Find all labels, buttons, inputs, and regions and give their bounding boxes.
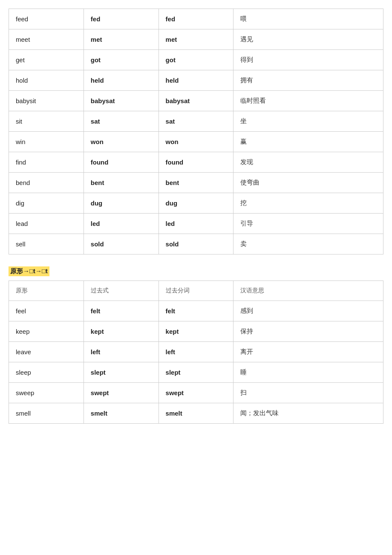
table2: 原形过去式过去分词汉语意思 feel felt felt 感到 keep kep… <box>9 280 383 424</box>
past-participle: dug <box>159 193 233 214</box>
past-participle: sold <box>159 234 233 254</box>
past-tense: found <box>84 152 159 173</box>
base-form: sit <box>9 111 84 132</box>
base-form: leave <box>9 342 84 362</box>
base-form: lead <box>9 214 84 234</box>
table-row: sweep swept swept 扫 <box>9 383 383 403</box>
base-form: find <box>9 152 84 173</box>
base-form: keep <box>9 321 84 342</box>
meaning: 赢 <box>233 132 383 152</box>
past-tense: dug <box>84 193 159 214</box>
table-row: dig dug dug 挖 <box>9 193 383 214</box>
past-tense: swept <box>84 383 159 403</box>
base-form: win <box>9 132 84 152</box>
past-participle: swept <box>159 383 233 403</box>
meaning: 得到 <box>233 50 383 70</box>
column-header: 原形 <box>9 281 84 301</box>
past-participle: smelt <box>159 403 233 424</box>
table-row: feel felt felt 感到 <box>9 301 383 321</box>
past-participle: met <box>159 29 233 50</box>
column-header: 汉语意思 <box>233 281 383 301</box>
table-row: win won won 赢 <box>9 132 383 152</box>
table-row: get got got 得到 <box>9 50 383 70</box>
table-row: smell smelt smelt 闻；发出气味 <box>9 403 383 424</box>
past-participle: found <box>159 152 233 173</box>
table1: feed fed fed 喂 meet met met 遇见 get got g… <box>9 9 383 254</box>
table-row: lead led led 引导 <box>9 214 383 234</box>
base-form: smell <box>9 403 84 424</box>
meaning: 喂 <box>233 9 383 29</box>
table-row: bend bent bent 使弯曲 <box>9 173 383 193</box>
past-tense: met <box>84 29 159 50</box>
table-row: feed fed fed 喂 <box>9 9 383 29</box>
base-form: meet <box>9 29 84 50</box>
base-form: hold <box>9 70 84 91</box>
past-tense: felt <box>84 301 159 321</box>
base-form: sweep <box>9 383 84 403</box>
table-row: babysit babysat babysat 临时照看 <box>9 91 383 111</box>
past-participle: led <box>159 214 233 234</box>
meaning: 卖 <box>233 234 383 254</box>
base-form: babysit <box>9 91 84 111</box>
table1-section: feed fed fed 喂 meet met met 遇见 get got g… <box>9 9 383 254</box>
meaning: 引导 <box>233 214 383 234</box>
past-participle: got <box>159 50 233 70</box>
base-form: sleep <box>9 362 84 383</box>
table-header-row: 原形过去式过去分词汉语意思 <box>9 281 383 301</box>
past-tense: bent <box>84 173 159 193</box>
past-participle: left <box>159 342 233 362</box>
base-form: sell <box>9 234 84 254</box>
past-participle: kept <box>159 321 233 342</box>
column-header: 过去式 <box>84 281 159 301</box>
table-row: sleep slept slept 睡 <box>9 362 383 383</box>
meaning: 闻；发出气味 <box>233 403 383 424</box>
meaning: 拥有 <box>233 70 383 91</box>
base-form: bend <box>9 173 84 193</box>
past-tense: won <box>84 132 159 152</box>
base-form: dig <box>9 193 84 214</box>
past-tense: led <box>84 214 159 234</box>
base-form: feel <box>9 301 84 321</box>
past-participle: slept <box>159 362 233 383</box>
past-tense: sat <box>84 111 159 132</box>
table-row: hold held held 拥有 <box>9 70 383 91</box>
table-row: leave left left 离开 <box>9 342 383 362</box>
base-form: get <box>9 50 84 70</box>
past-tense: left <box>84 342 159 362</box>
meaning: 扫 <box>233 383 383 403</box>
table-row: sit sat sat 坐 <box>9 111 383 132</box>
past-participle: held <box>159 70 233 91</box>
table-row: keep kept kept 保持 <box>9 321 383 342</box>
column-header: 过去分词 <box>159 281 233 301</box>
meaning: 保持 <box>233 321 383 342</box>
meaning: 离开 <box>233 342 383 362</box>
past-tense: sold <box>84 234 159 254</box>
section2-label: 原形→□t→□t <box>9 266 49 276</box>
meaning: 使弯曲 <box>233 173 383 193</box>
past-tense: slept <box>84 362 159 383</box>
past-tense: smelt <box>84 403 159 424</box>
past-tense: got <box>84 50 159 70</box>
meaning: 挖 <box>233 193 383 214</box>
meaning: 睡 <box>233 362 383 383</box>
meaning: 临时照看 <box>233 91 383 111</box>
meaning: 遇见 <box>233 29 383 50</box>
past-tense: babysat <box>84 91 159 111</box>
past-participle: babysat <box>159 91 233 111</box>
past-participle: fed <box>159 9 233 29</box>
past-tense: held <box>84 70 159 91</box>
meaning: 发现 <box>233 152 383 173</box>
past-tense: fed <box>84 9 159 29</box>
past-participle: bent <box>159 173 233 193</box>
table-row: meet met met 遇见 <box>9 29 383 50</box>
table2-section: 原形→□t→□t 原形过去式过去分词汉语意思 feel felt felt 感到… <box>9 266 383 424</box>
past-participle: sat <box>159 111 233 132</box>
past-participle: felt <box>159 301 233 321</box>
past-tense: kept <box>84 321 159 342</box>
table-row: find found found 发现 <box>9 152 383 173</box>
meaning: 感到 <box>233 301 383 321</box>
meaning: 坐 <box>233 111 383 132</box>
table-row: sell sold sold 卖 <box>9 234 383 254</box>
base-form: feed <box>9 9 84 29</box>
past-participle: won <box>159 132 233 152</box>
